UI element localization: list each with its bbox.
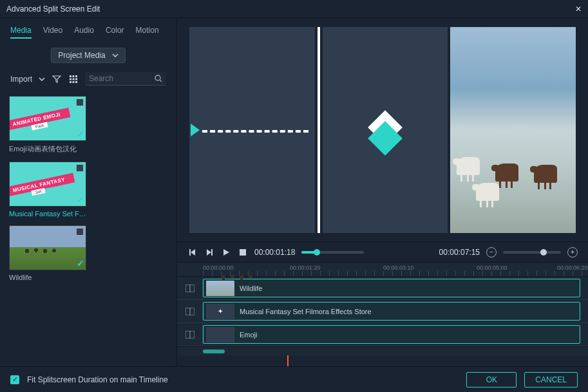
tab-audio[interactable]: Audio: [74, 26, 94, 39]
total-timecode: 00:00:07:15: [439, 248, 480, 257]
horizontal-scrollbar[interactable]: [177, 346, 588, 355]
preview-area: [177, 18, 588, 241]
ok-button[interactable]: OK: [466, 372, 517, 387]
track-body[interactable]: Emoji: [203, 323, 588, 346]
horse-graphic: [476, 183, 499, 201]
clip-label: Emoji: [240, 331, 258, 339]
search-box: [85, 72, 166, 86]
timeline-clip[interactable]: Emoji: [203, 325, 580, 344]
tabs: Media Video Audio Color Motion: [6, 23, 170, 44]
window-title: Advanced Split Screen Edit: [6, 5, 100, 14]
track-head-icon[interactable]: [177, 300, 203, 322]
split-pane-2[interactable]: [323, 27, 448, 233]
clip-thumbnail: ✦: [206, 304, 234, 319]
timeline: 00:00:00:00 00:00:01:20 00:00:03:10 00:0…: [177, 262, 588, 366]
check-icon: ✓: [77, 258, 84, 268]
timeline-clip[interactable]: ✦ Musical Fantasy Set Filmora Effects St…: [203, 302, 580, 321]
preview-canvas[interactable]: [189, 27, 576, 233]
media-item-wildlife[interactable]: ✓ Wildlife: [9, 225, 89, 281]
track-body[interactable]: ✦ Musical Fantasy Set Filmora Effects St…: [203, 300, 588, 322]
track-head-icon[interactable]: [177, 323, 203, 346]
right-panel: 00:00:01:18 00:00:07:15 − + 00:00:00:00 …: [177, 18, 588, 366]
import-row: Import: [10, 72, 166, 86]
track-row: Emoji: [177, 323, 588, 346]
stop-button[interactable]: [238, 247, 248, 257]
clip-label: Musical Fantasy Set Filmora Effects Stor…: [240, 308, 372, 315]
prev-frame-button[interactable]: [187, 247, 198, 257]
svg-rect-1: [73, 75, 75, 77]
track-row: ✦ Musical Fantasy Set Filmora Effects St…: [177, 300, 588, 323]
svg-rect-0: [70, 75, 71, 77]
svg-rect-6: [70, 81, 71, 83]
clip-thumbnail: [206, 327, 234, 342]
media-label: Musical Fantasy Set Film...: [9, 210, 86, 218]
project-media-select[interactable]: Project Media: [51, 48, 125, 63]
split-pane-3[interactable]: [450, 27, 576, 233]
cancel-button[interactable]: CANCEL: [524, 372, 578, 387]
svg-rect-8: [75, 81, 77, 83]
pane-divider[interactable]: [318, 27, 320, 233]
progress-slider[interactable]: [301, 251, 364, 254]
zoom-in-button[interactable]: +: [567, 247, 578, 257]
fit-duration-label: Fit Splitscreen Duration on main Timelin…: [27, 375, 168, 384]
tab-media[interactable]: Media: [10, 26, 32, 39]
ruler-label: 00:00:03:10: [383, 265, 414, 271]
import-label: Import: [10, 75, 32, 84]
current-timecode: 00:00:01:18: [254, 248, 295, 257]
split-pane-1[interactable]: [189, 27, 315, 233]
filmstrip-icon: [76, 164, 84, 172]
media-thumbnail: MUSICAL FANTASY Set ✓: [9, 162, 86, 207]
titlebar: Advanced Split Screen Edit ✕: [0, 0, 588, 18]
tab-video[interactable]: Video: [43, 26, 62, 39]
ruler-label: 00:00:05:00: [477, 265, 507, 271]
svg-point-9: [155, 75, 160, 80]
track-head-icon[interactable]: [177, 277, 203, 299]
tab-color[interactable]: Color: [106, 26, 124, 39]
zoom-out-button[interactable]: −: [486, 247, 497, 257]
timeline-clip[interactable]: Wildlife: [203, 279, 580, 297]
media-list: ANIMATED EMOJI Pack ✓ Emoji动画表情包汉化 MUSIC…: [6, 91, 170, 361]
ruler-label: 00:00:01:20: [290, 265, 321, 271]
media-label: Wildlife: [9, 274, 86, 281]
media-thumbnail: ✓: [9, 225, 86, 270]
svg-rect-2: [75, 75, 77, 77]
ruler-label: 00:00:06:20: [557, 265, 588, 271]
left-panel: Media Video Audio Color Motion Project M…: [0, 18, 177, 366]
media-item-emoji[interactable]: ANIMATED EMOJI Pack ✓ Emoji动画表情包汉化: [9, 96, 89, 154]
clip-thumbnail: [206, 281, 234, 296]
import-button[interactable]: Import: [10, 75, 32, 84]
track-row: Wildlife: [177, 277, 588, 300]
window: Advanced Split Screen Edit ✕ Media Video…: [0, 0, 588, 392]
svg-rect-3: [70, 78, 71, 80]
tab-motion[interactable]: Motion: [136, 26, 159, 39]
horse-graphic: [495, 163, 518, 182]
next-frame-button[interactable]: [204, 247, 214, 257]
footer: ✓ Fit Splitscreen Duration on main Timel…: [0, 366, 588, 392]
filmstrip-icon: [76, 228, 84, 236]
close-icon[interactable]: ✕: [575, 5, 582, 14]
project-media-label: Project Media: [58, 51, 105, 60]
zoom-slider[interactable]: [503, 251, 561, 254]
horse-graphic: [457, 157, 480, 175]
clip-label: Wildlife: [240, 285, 262, 292]
main-area: Media Video Audio Color Motion Project M…: [0, 18, 588, 366]
svg-rect-10: [240, 249, 246, 256]
scrollbar-thumb[interactable]: [203, 350, 225, 353]
media-thumbnail: ANIMATED EMOJI Pack ✓: [9, 96, 86, 141]
svg-rect-5: [75, 78, 77, 80]
play-arrow-icon: [191, 124, 200, 136]
player-controls: 00:00:01:18 00:00:07:15 − +: [177, 241, 588, 262]
search-icon[interactable]: [155, 75, 162, 82]
media-item-musical[interactable]: MUSICAL FANTASY Set ✓ Musical Fantasy Se…: [9, 162, 89, 218]
play-button[interactable]: [221, 247, 231, 257]
chevron-down-icon[interactable]: [39, 77, 45, 81]
fit-duration-checkbox[interactable]: ✓: [10, 375, 19, 384]
grid-view-icon[interactable]: [68, 74, 79, 84]
filter-icon[interactable]: [52, 74, 62, 84]
svg-rect-7: [73, 81, 75, 83]
search-input[interactable]: [89, 74, 155, 83]
track-body[interactable]: Wildlife: [203, 277, 588, 299]
chevron-down-icon: [112, 53, 119, 57]
tracks: Wildlife ✦ Musical Fantasy Set Filmora E…: [177, 277, 588, 366]
dashed-line: [202, 130, 308, 133]
